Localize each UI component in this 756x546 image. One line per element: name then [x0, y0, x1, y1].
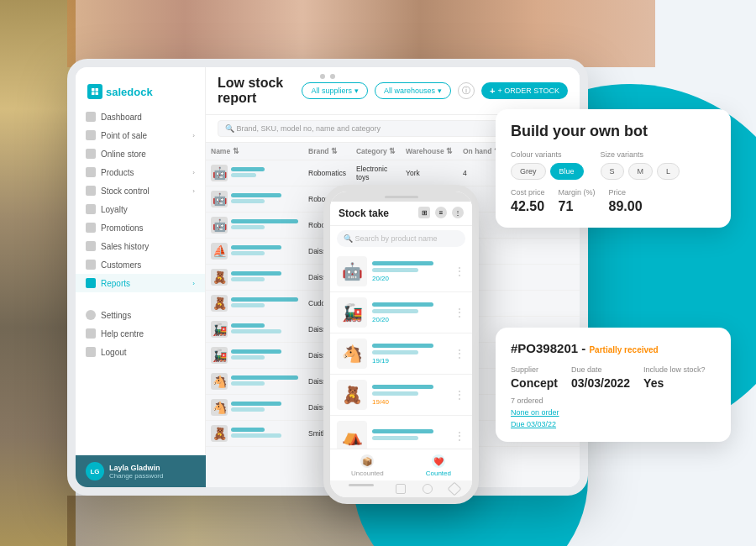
- col-name[interactable]: Name ⇅: [206, 143, 303, 160]
- dropdown-arrow-icon: ▾: [354, 87, 359, 95]
- list-item: 🤖 20/20 ⋮: [330, 251, 472, 292]
- item-bar: [372, 302, 433, 307]
- all-warehouses-button[interactable]: All warehouses ▾: [375, 82, 451, 99]
- card-po-title: #PO398201 - Partially received: [511, 341, 716, 355]
- item-count: 20/20: [372, 316, 449, 323]
- filter-icon[interactable]: ≡: [435, 207, 447, 218]
- store-icon: [86, 149, 96, 159]
- back-button[interactable]: [396, 484, 406, 494]
- tab-uncounted[interactable]: 📦 Uncounted: [351, 454, 384, 477]
- colour-variants-buttons: Grey Blue: [511, 163, 584, 180]
- item-count: 19/19: [372, 357, 449, 365]
- sidebar-item-dashboard[interactable]: Dashboard: [76, 108, 205, 126]
- phone-title: Stock take: [339, 207, 389, 219]
- change-password-link[interactable]: Change password: [109, 472, 163, 480]
- recent-apps-button[interactable]: [447, 482, 461, 496]
- list-item: ⛺ ⋮: [330, 416, 472, 449]
- promo-icon: [86, 223, 96, 233]
- logo-icon: [87, 84, 102, 99]
- sidebar-item-label: Reports: [101, 279, 130, 288]
- sidebar-item-help[interactable]: Help centre: [76, 324, 205, 343]
- colour-blue-button[interactable]: Blue: [550, 163, 584, 180]
- customers-icon: [86, 260, 96, 270]
- sidebar-item-promotions[interactable]: Promotions: [76, 218, 205, 237]
- card-po: #PO398201 - Partially received Supplier …: [496, 328, 731, 442]
- sidebar-item-customers[interactable]: Customers: [76, 255, 205, 274]
- chevron-down-icon: ›: [192, 132, 195, 139]
- card-bot: Build your own bot Colour variants Grey …: [496, 109, 731, 228]
- col-brand[interactable]: Brand ⇅: [303, 143, 351, 160]
- include-low-stock-label: Include low stock?: [643, 365, 706, 374]
- tab-counted[interactable]: ❤️ Counted: [426, 454, 451, 477]
- size-s-button[interactable]: S: [601, 163, 624, 180]
- qr-icon[interactable]: ⊞: [418, 207, 430, 218]
- item-info: [372, 429, 449, 443]
- item-bar: [372, 429, 433, 433]
- item-menu-icon[interactable]: ⋮: [454, 429, 465, 443]
- colour-grey-button[interactable]: Grey: [511, 163, 546, 180]
- sidebar-item-pos[interactable]: Point of sale ›: [76, 126, 205, 144]
- item-menu-icon[interactable]: ⋮: [454, 265, 465, 278]
- home-bar: [349, 484, 374, 486]
- item-info: 20/20: [372, 302, 449, 323]
- sidebar-item-settings[interactable]: Settings: [76, 306, 205, 324]
- sidebar-item-loyalty[interactable]: Loyalty: [76, 200, 205, 218]
- svg-rect-1: [96, 88, 99, 92]
- sidebar-item-label: Help centre: [101, 329, 144, 339]
- svg-rect-0: [92, 88, 95, 92]
- sidebar: saledock Dashboard Point of sale › Onlin…: [76, 67, 206, 487]
- item-bar-2: [372, 350, 418, 354]
- sidebar-item-logout[interactable]: Logout: [76, 343, 205, 361]
- include-low-stock-value: Yes: [643, 376, 706, 390]
- sidebar-item-sales-history[interactable]: Sales history: [76, 237, 205, 255]
- item-menu-icon[interactable]: ⋮: [454, 306, 465, 319]
- phone-notch: [330, 192, 472, 202]
- svg-rect-2: [92, 92, 95, 96]
- item-count: 20/20: [372, 275, 449, 282]
- item-image: 🚂: [337, 297, 367, 328]
- size-m-button[interactable]: M: [628, 163, 654, 180]
- home-button[interactable]: [423, 484, 433, 494]
- phone-nav-buttons: [330, 480, 472, 497]
- size-l-button[interactable]: L: [657, 163, 680, 180]
- sidebar-item-products[interactable]: Products ›: [76, 163, 205, 181]
- phone-list: 🤖 20/20 ⋮ 🚂 20/20 ⋮ 🐴 19/19: [330, 251, 472, 449]
- item-info: 19/40: [372, 385, 449, 406]
- sidebar-item-label: Stock control: [101, 186, 150, 196]
- list-item: 🧸 19/40 ⋮: [330, 375, 472, 416]
- col-category[interactable]: Category ⇅: [351, 143, 401, 160]
- logo-prefix: sale: [106, 86, 127, 98]
- item-menu-icon[interactable]: ⋮: [454, 388, 465, 402]
- item-bar: [372, 385, 433, 389]
- more-icon[interactable]: ⋮: [452, 207, 464, 218]
- item-menu-icon[interactable]: ⋮: [454, 347, 465, 360]
- order-stock-button[interactable]: + + ORDER STOCK: [481, 82, 568, 99]
- sidebar-item-reports[interactable]: Reports ›: [76, 274, 205, 292]
- uncounted-icon: 📦: [360, 454, 374, 468]
- phone-search-placeholder: Search by product name: [355, 234, 438, 243]
- po-none-on-order-link[interactable]: None on order: [511, 408, 716, 417]
- sidebar-item-stock-control[interactable]: Stock control ›: [76, 181, 205, 200]
- sidebar-item-label: Customers: [101, 260, 141, 270]
- tablet-camera-dot: [320, 74, 325, 79]
- item-bar-2: [372, 436, 418, 440]
- margin-group: Margin (%) 71: [559, 188, 596, 214]
- sidebar-item-online-store[interactable]: Online store: [76, 144, 205, 163]
- list-item: 🐴 19/19 ⋮: [330, 333, 472, 375]
- item-image: 🧸: [337, 380, 367, 410]
- plus-icon: +: [490, 86, 495, 96]
- sidebar-item-label: Loyalty: [101, 205, 128, 214]
- price-value: 89.00: [609, 199, 643, 214]
- sidebar-logo: saledock: [76, 74, 205, 108]
- logo-suffix: dock: [127, 86, 152, 98]
- tablet-camera-bar: [320, 74, 335, 79]
- bg-photo-top: [67, 0, 655, 67]
- info-button[interactable]: ⓘ: [458, 82, 475, 99]
- po-due-link[interactable]: Due 03/03/22: [511, 420, 716, 428]
- phone-search[interactable]: 🔍 Search by product name: [337, 230, 465, 247]
- all-suppliers-button[interactable]: All suppliers ▾: [302, 82, 368, 99]
- col-warehouse[interactable]: Warehouse ⇅: [401, 143, 458, 160]
- user-info: Layla Gladwin Change password: [109, 464, 163, 480]
- due-date-value: 03/03/2022: [571, 376, 630, 390]
- colour-variants-label: Colour variants: [511, 150, 584, 159]
